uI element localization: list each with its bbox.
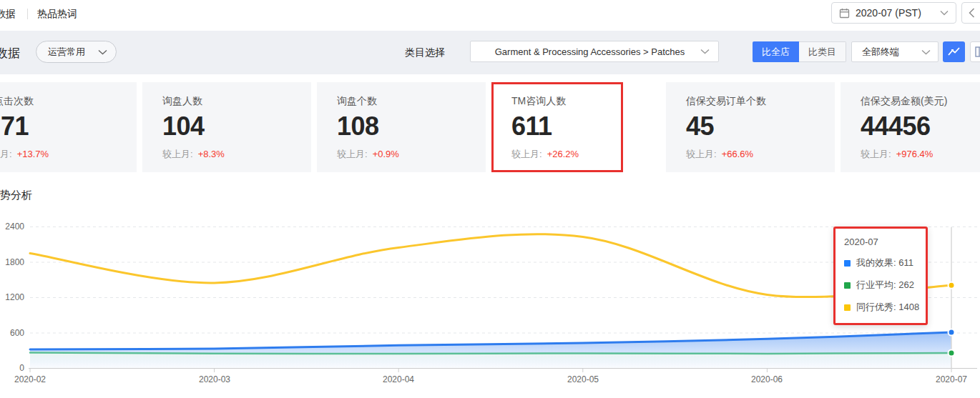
metric-card-clicks[interactable]: 点击次数 71 较上月:+13.7%: [0, 82, 137, 172]
chevron-down-icon: [700, 49, 710, 54]
calendar-icon: [839, 8, 850, 19]
tab-hot-products-keywords[interactable]: 热品热词: [37, 8, 77, 21]
tooltip-date: 2020-07: [844, 237, 917, 247]
category-value: Garment & Processing Accessories > Patch…: [479, 46, 700, 57]
my-performance-endpoint: [949, 329, 955, 336]
metric-value: 108: [337, 111, 486, 141]
chevron-down-icon: [98, 49, 107, 55]
date-range-value: 2020-07 (PST): [856, 7, 940, 19]
tooltip-row: 行业平均: 262: [844, 279, 917, 292]
chevron-left-icon: [969, 8, 975, 18]
compare-whole-store-button[interactable]: 比全店: [753, 41, 799, 62]
compare-category-button[interactable]: 比类目: [799, 41, 846, 62]
metric-label: 询盘个数: [337, 95, 486, 108]
table-icon: [975, 46, 980, 57]
metric-label: TM咨询人数: [511, 95, 660, 108]
metric-value: 44456: [861, 111, 980, 141]
chart-view-toggle-button[interactable]: [943, 41, 965, 62]
series-marker-my-performance: [844, 260, 851, 267]
date-range-select[interactable]: 2020-07 (PST): [831, 2, 956, 24]
x-axis-label: 2020-04: [376, 374, 421, 384]
series-marker-industry-average: [844, 282, 851, 289]
x-axis-ticks: [30, 369, 951, 373]
series-marker-peer-excellent: [844, 304, 851, 311]
metric-label: 信保交易金额(美元): [861, 95, 980, 108]
chevron-down-icon: [921, 49, 931, 55]
preset-select[interactable]: 运营常用: [36, 41, 117, 63]
metric-delta: 较上月:+0.9%: [337, 148, 486, 161]
metric-card-tm-consult-people[interactable]: TM咨询人数 611 较上月:+26.2%: [491, 82, 660, 172]
tooltip-row: 同行优秀: 1408: [844, 301, 917, 314]
metric-value: 71: [1, 111, 137, 141]
compare-toggle: 比全店 比类目: [753, 41, 846, 62]
peer-excellent-line: [30, 234, 951, 297]
x-axis-label: 2020-07: [928, 374, 974, 384]
metric-card-inquiry-people[interactable]: 询盘人数 104 较上月:+8.3%: [142, 82, 311, 172]
metric-delta: 较上月:+976.4%: [861, 148, 980, 161]
previous-period-button[interactable]: [961, 2, 980, 24]
metric-delta: 较上月:+8.3%: [162, 148, 311, 161]
metric-value: 104: [162, 111, 311, 141]
metric-label: 点击次数: [0, 95, 137, 108]
chevron-down-icon: [940, 10, 949, 16]
metric-value: 611: [511, 111, 660, 141]
category-select-label: 类目选择: [405, 46, 445, 59]
preset-value: 运营常用: [48, 46, 98, 59]
tab-divider: [27, 9, 28, 19]
terminal-value: 全部终端: [862, 46, 921, 59]
tab-data[interactable]: 数据: [0, 8, 16, 21]
category-select[interactable]: Garment & Processing Accessories > Patch…: [470, 41, 719, 62]
industry-average-area: [30, 352, 951, 368]
peer-excellent-endpoint: [949, 282, 955, 289]
industry-average-line: [30, 352, 951, 354]
metric-value: 45: [686, 111, 835, 141]
industry-average-endpoint: [949, 349, 955, 356]
metric-delta: 较上月:+13.7%: [0, 148, 137, 161]
x-axis-label: 2020-03: [192, 374, 237, 384]
top-bar: 数据 热品热词 2020-07 (PST): [0, 0, 980, 31]
metric-card-trade-assurance-amount[interactable]: 信保交易金额(美元) 44456 较上月:+976.4%: [841, 82, 980, 172]
x-axis-label: 2020-06: [744, 374, 790, 384]
tooltip-row: 我的效果: 611: [844, 257, 917, 269]
toolbar: 数据 运营常用 类目选择 Garment & Processing Access…: [0, 31, 980, 74]
metric-delta: 较上月:+66.6%: [686, 148, 835, 161]
chart-tooltip: 2020-07 我的效果: 611 行业平均: 262 同行优秀: 1408: [833, 227, 928, 325]
metric-label: 询盘人数: [162, 95, 311, 108]
table-view-toggle-button[interactable]: [970, 41, 980, 62]
x-axis-label: 2020-05: [560, 374, 606, 384]
analytics-dashboard: 数据 热品热词 2020-07 (PST) 数据 运营常用 类目选择 Garme…: [0, 0, 980, 398]
terminal-select[interactable]: 全部终端: [851, 41, 939, 62]
chart-title: 趋势分析: [0, 189, 32, 202]
metric-label: 信保交易订单个数: [686, 95, 835, 108]
section-heading: 数据: [0, 45, 20, 61]
metric-card-trade-assurance-orders[interactable]: 信保交易订单个数 45 较上月:+66.6%: [666, 82, 835, 172]
x-axis-label: 2020-02: [7, 374, 53, 384]
metric-delta: 较上月:+26.2%: [511, 148, 660, 161]
metric-card-inquiry-count[interactable]: 询盘个数 108 较上月:+0.9%: [317, 82, 486, 172]
line-chart-icon: [947, 46, 961, 58]
